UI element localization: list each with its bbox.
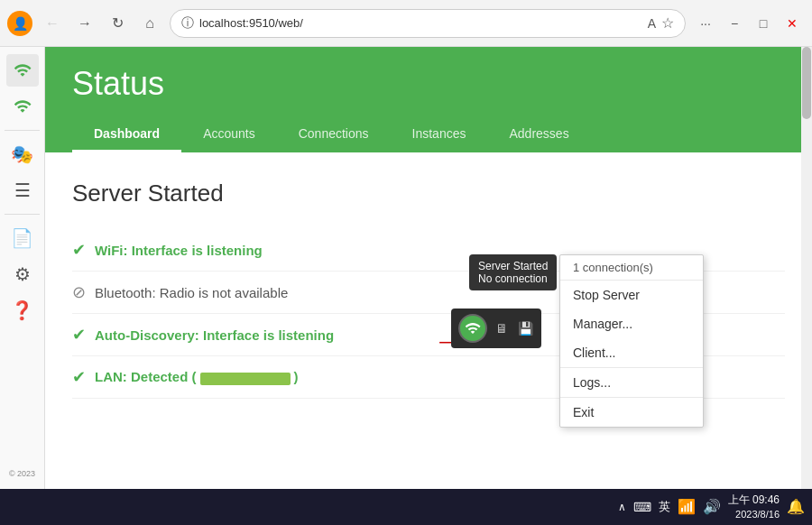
scrollbar[interactable] bbox=[801, 47, 812, 489]
context-menu-header: 1 connection(s) bbox=[560, 255, 703, 281]
tab-dashboard[interactable]: Dashboard bbox=[72, 117, 181, 152]
autodiscovery-status-text: Auto-Discovery: Interface is listening bbox=[95, 327, 334, 343]
tray-area: 🖥 💾 bbox=[451, 309, 541, 348]
home-button[interactable]: ⌂ bbox=[137, 11, 162, 36]
tray-small-icon2[interactable]: 💾 bbox=[516, 319, 534, 337]
app-header: Status Dashboard Accounts Connections In… bbox=[45, 47, 812, 152]
address-text: localhost:9510/web/ bbox=[199, 16, 642, 30]
sidebar-icon-addons[interactable]: 🎭 bbox=[6, 138, 39, 170]
taskbar-date: 2023/8/16 bbox=[728, 508, 780, 520]
close-button[interactable]: ✕ bbox=[780, 11, 805, 36]
lan-status-text: LAN: Detected () bbox=[95, 369, 299, 384]
check-icon-autodiscovery: ✔ bbox=[72, 325, 86, 345]
app-title: Status bbox=[72, 65, 785, 103]
read-mode-icon: A bbox=[648, 16, 656, 31]
page-heading: Server Started bbox=[72, 180, 785, 207]
taskbar-wifi-icon[interactable]: 📶 bbox=[678, 498, 696, 515]
address-bar[interactable]: ⓘ localhost:9510/web/ A ☆ bbox=[170, 9, 686, 38]
sidebar-icon-file[interactable]: 📄 bbox=[6, 222, 39, 254]
reload-button[interactable]: ↻ bbox=[105, 11, 130, 36]
tooltip-line1: Server Started bbox=[478, 260, 548, 272]
tab-connections[interactable]: Connections bbox=[277, 117, 391, 152]
tray-app-icon[interactable] bbox=[458, 314, 487, 343]
tab-accounts[interactable]: Accounts bbox=[181, 117, 277, 152]
taskbar-right: ∧ ⌨ 英 📶 🔊 上午 09:46 2023/8/16 🔔 bbox=[618, 493, 805, 520]
wifi-status-text: WiFi: Interface is listening bbox=[95, 243, 263, 258]
more-button[interactable]: ··· bbox=[693, 11, 718, 36]
tooltip-bubble: Server Started No connection bbox=[469, 254, 557, 290]
menu-item-exit[interactable]: Exit bbox=[560, 398, 703, 427]
taskbar-volume-icon[interactable]: 🔊 bbox=[703, 498, 721, 515]
browser-chrome: 👤 ← → ↻ ⌂ ⓘ localhost:9510/web/ A ☆ ··· … bbox=[0, 0, 812, 47]
taskbar-sys[interactable]: 上午 09:46 2023/8/16 bbox=[728, 493, 780, 520]
taskbar-notification-icon[interactable]: 🔔 bbox=[787, 498, 805, 515]
maximize-button[interactable]: □ bbox=[751, 11, 776, 36]
taskbar-time: 上午 09:46 bbox=[728, 493, 780, 508]
taskbar: ∧ ⌨ 英 📶 🔊 上午 09:46 2023/8/16 🔔 bbox=[0, 489, 812, 525]
menu-item-stop-server[interactable]: Stop Server bbox=[560, 281, 703, 309]
browser-avatar: 👤 bbox=[7, 11, 32, 36]
tray-small-icon1[interactable]: 🖥 bbox=[493, 319, 511, 337]
back-button[interactable]: ← bbox=[40, 11, 65, 36]
tab-instances[interactable]: Instances bbox=[391, 117, 488, 152]
app-nav: Dashboard Accounts Connections Instances… bbox=[72, 117, 785, 152]
tooltip-line2: No connection bbox=[478, 272, 548, 285]
sidebar: 🎭 ☰ 📄 ⚙ ❓ © 2023 bbox=[0, 47, 45, 489]
info-icon: ⓘ bbox=[181, 15, 194, 32]
menu-item-manager[interactable]: Manager... bbox=[560, 309, 703, 338]
favorite-icon[interactable]: ☆ bbox=[661, 14, 674, 32]
lan-bar bbox=[200, 373, 291, 385]
check-icon-lan: ✔ bbox=[72, 367, 86, 387]
block-icon-bluetooth: ⊘ bbox=[72, 282, 86, 302]
forward-button[interactable]: → bbox=[72, 11, 97, 36]
sidebar-icon-wifi2[interactable] bbox=[6, 90, 39, 123]
sidebar-divider bbox=[5, 130, 40, 131]
taskbar-lang-icon[interactable]: 英 bbox=[659, 499, 670, 515]
menu-item-client[interactable]: Client... bbox=[560, 338, 703, 367]
sidebar-divider2 bbox=[5, 214, 40, 215]
sidebar-icon-help[interactable]: ❓ bbox=[6, 294, 39, 327]
main-area: 🎭 ☰ 📄 ⚙ ❓ © 2023 Status Dashboard Accoun… bbox=[0, 47, 812, 489]
browser-right-icons: ··· − □ ✕ bbox=[693, 11, 805, 36]
taskbar-keyboard-icon[interactable]: ⌨ bbox=[633, 500, 651, 514]
bluetooth-status-text: Bluetooth: Radio is not available bbox=[95, 285, 288, 300]
menu-item-logs[interactable]: Logs... bbox=[560, 368, 703, 397]
scrollbar-thumb[interactable] bbox=[802, 47, 811, 119]
sidebar-copyright: © 2023 bbox=[5, 465, 39, 482]
sidebar-icon-settings[interactable]: ⚙ bbox=[6, 258, 39, 290]
web-content: Status Dashboard Accounts Connections In… bbox=[45, 47, 812, 489]
context-menu: 1 connection(s) Stop Server Manager... C… bbox=[559, 254, 704, 428]
tab-addresses[interactable]: Addresses bbox=[487, 117, 590, 152]
taskbar-chevron[interactable]: ∧ bbox=[618, 501, 626, 513]
minimize-button[interactable]: − bbox=[722, 11, 747, 36]
check-icon-wifi: ✔ bbox=[72, 240, 86, 260]
sidebar-icon-wifi[interactable] bbox=[6, 54, 39, 87]
sidebar-icon-menu[interactable]: ☰ bbox=[6, 174, 39, 207]
